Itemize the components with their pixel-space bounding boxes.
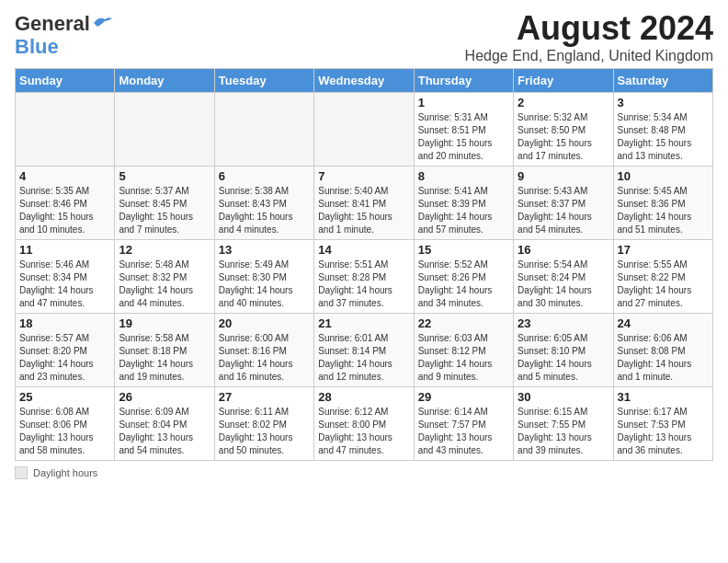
logo-text-blue: Blue bbox=[15, 35, 59, 59]
calendar-cell: 18Sunrise: 5:57 AM Sunset: 8:20 PM Dayli… bbox=[16, 314, 115, 387]
day-number: 12 bbox=[119, 243, 210, 257]
day-info: Sunrise: 5:35 AM Sunset: 8:46 PM Dayligh… bbox=[19, 185, 110, 236]
daylight-legend-box bbox=[15, 466, 28, 479]
calendar-cell: 1Sunrise: 5:31 AM Sunset: 8:51 PM Daylig… bbox=[414, 93, 513, 167]
calendar-header-monday: Monday bbox=[115, 69, 214, 93]
calendar-cell: 4Sunrise: 5:35 AM Sunset: 8:46 PM Daylig… bbox=[16, 167, 115, 240]
day-number: 6 bbox=[219, 169, 310, 183]
day-info: Sunrise: 6:08 AM Sunset: 8:06 PM Dayligh… bbox=[19, 406, 110, 457]
day-number: 17 bbox=[618, 243, 709, 257]
day-number: 19 bbox=[119, 316, 210, 330]
day-info: Sunrise: 6:05 AM Sunset: 8:10 PM Dayligh… bbox=[518, 332, 609, 384]
calendar-header-thursday: Thursday bbox=[414, 69, 513, 93]
day-info: Sunrise: 5:51 AM Sunset: 8:28 PM Dayligh… bbox=[318, 259, 409, 310]
day-number: 5 bbox=[119, 169, 210, 183]
calendar-cell: 9Sunrise: 5:43 AM Sunset: 8:37 PM Daylig… bbox=[514, 167, 613, 240]
day-info: Sunrise: 6:12 AM Sunset: 8:00 PM Dayligh… bbox=[318, 406, 409, 457]
calendar-cell: 10Sunrise: 5:45 AM Sunset: 8:36 PM Dayli… bbox=[613, 167, 712, 240]
calendar-cell: 22Sunrise: 6:03 AM Sunset: 8:12 PM Dayli… bbox=[414, 314, 513, 387]
day-info: Sunrise: 5:48 AM Sunset: 8:32 PM Dayligh… bbox=[119, 259, 210, 310]
day-info: Sunrise: 5:58 AM Sunset: 8:18 PM Dayligh… bbox=[119, 332, 210, 384]
calendar-cell: 7Sunrise: 5:40 AM Sunset: 8:41 PM Daylig… bbox=[314, 167, 414, 240]
day-number: 14 bbox=[318, 243, 409, 257]
calendar-week-3: 11Sunrise: 5:46 AM Sunset: 8:34 PM Dayli… bbox=[16, 240, 713, 314]
calendar-cell: 30Sunrise: 6:15 AM Sunset: 7:55 PM Dayli… bbox=[514, 387, 613, 461]
day-info: Sunrise: 5:55 AM Sunset: 8:22 PM Dayligh… bbox=[618, 259, 709, 310]
logo-bird-icon bbox=[92, 16, 112, 30]
calendar-header-friday: Friday bbox=[514, 69, 613, 93]
day-info: Sunrise: 5:40 AM Sunset: 8:41 PM Dayligh… bbox=[318, 185, 409, 236]
day-info: Sunrise: 5:32 AM Sunset: 8:50 PM Dayligh… bbox=[518, 111, 609, 163]
calendar-cell: 14Sunrise: 5:51 AM Sunset: 8:28 PM Dayli… bbox=[314, 240, 414, 314]
day-number: 30 bbox=[518, 390, 609, 404]
title-area: August 2024 Hedge End, England, United K… bbox=[465, 9, 713, 64]
day-info: Sunrise: 5:45 AM Sunset: 8:36 PM Dayligh… bbox=[618, 185, 709, 236]
day-info: Sunrise: 5:31 AM Sunset: 8:51 PM Dayligh… bbox=[418, 111, 509, 163]
calendar-cell: 11Sunrise: 5:46 AM Sunset: 8:34 PM Dayli… bbox=[16, 240, 115, 314]
calendar-cell bbox=[214, 93, 313, 167]
day-info: Sunrise: 6:01 AM Sunset: 8:14 PM Dayligh… bbox=[318, 332, 409, 384]
daylight-label: Daylight hours bbox=[33, 467, 97, 478]
day-number: 26 bbox=[119, 390, 210, 404]
calendar-cell: 5Sunrise: 5:37 AM Sunset: 8:45 PM Daylig… bbox=[115, 167, 214, 240]
calendar-week-4: 18Sunrise: 5:57 AM Sunset: 8:20 PM Dayli… bbox=[16, 314, 713, 387]
day-info: Sunrise: 5:37 AM Sunset: 8:45 PM Dayligh… bbox=[119, 185, 210, 236]
day-info: Sunrise: 6:00 AM Sunset: 8:16 PM Dayligh… bbox=[219, 332, 310, 384]
calendar-cell: 16Sunrise: 5:54 AM Sunset: 8:24 PM Dayli… bbox=[514, 240, 613, 314]
logo-text-general: General bbox=[15, 13, 90, 35]
day-info: Sunrise: 5:49 AM Sunset: 8:30 PM Dayligh… bbox=[219, 259, 310, 310]
calendar-header-row: SundayMondayTuesdayWednesdayThursdayFrid… bbox=[16, 69, 713, 93]
calendar-week-5: 25Sunrise: 6:08 AM Sunset: 8:06 PM Dayli… bbox=[16, 387, 713, 461]
day-number: 18 bbox=[19, 316, 110, 330]
calendar-cell: 31Sunrise: 6:17 AM Sunset: 7:53 PM Dayli… bbox=[613, 387, 712, 461]
calendar-cell: 28Sunrise: 6:12 AM Sunset: 8:00 PM Dayli… bbox=[314, 387, 414, 461]
day-number: 21 bbox=[318, 316, 409, 330]
calendar-header-saturday: Saturday bbox=[613, 69, 712, 93]
day-number: 4 bbox=[19, 169, 110, 183]
day-number: 16 bbox=[518, 243, 609, 257]
calendar-cell: 6Sunrise: 5:38 AM Sunset: 8:43 PM Daylig… bbox=[214, 167, 313, 240]
subtitle: Hedge End, England, United Kingdom bbox=[465, 48, 713, 64]
calendar-cell: 21Sunrise: 6:01 AM Sunset: 8:14 PM Dayli… bbox=[314, 314, 414, 387]
day-info: Sunrise: 5:34 AM Sunset: 8:48 PM Dayligh… bbox=[618, 111, 709, 163]
day-info: Sunrise: 5:57 AM Sunset: 8:20 PM Dayligh… bbox=[19, 332, 110, 384]
day-number: 24 bbox=[618, 316, 709, 330]
day-number: 10 bbox=[618, 169, 709, 183]
calendar-cell: 19Sunrise: 5:58 AM Sunset: 8:18 PM Dayli… bbox=[115, 314, 214, 387]
calendar-cell bbox=[16, 93, 115, 167]
day-number: 3 bbox=[618, 96, 709, 109]
calendar-cell: 2Sunrise: 5:32 AM Sunset: 8:50 PM Daylig… bbox=[514, 93, 613, 167]
day-number: 20 bbox=[219, 316, 310, 330]
calendar-cell: 13Sunrise: 5:49 AM Sunset: 8:30 PM Dayli… bbox=[214, 240, 313, 314]
calendar-cell: 20Sunrise: 6:00 AM Sunset: 8:16 PM Dayli… bbox=[214, 314, 313, 387]
calendar-week-2: 4Sunrise: 5:35 AM Sunset: 8:46 PM Daylig… bbox=[16, 167, 713, 240]
day-number: 23 bbox=[518, 316, 609, 330]
day-number: 15 bbox=[418, 243, 509, 257]
calendar-cell: 17Sunrise: 5:55 AM Sunset: 8:22 PM Dayli… bbox=[613, 240, 712, 314]
calendar-cell: 15Sunrise: 5:52 AM Sunset: 8:26 PM Dayli… bbox=[414, 240, 513, 314]
calendar-cell: 12Sunrise: 5:48 AM Sunset: 8:32 PM Dayli… bbox=[115, 240, 214, 314]
calendar-cell: 25Sunrise: 6:08 AM Sunset: 8:06 PM Dayli… bbox=[16, 387, 115, 461]
day-info: Sunrise: 5:41 AM Sunset: 8:39 PM Dayligh… bbox=[418, 185, 509, 236]
calendar-cell bbox=[115, 93, 214, 167]
day-info: Sunrise: 5:52 AM Sunset: 8:26 PM Dayligh… bbox=[418, 259, 509, 310]
main-title: August 2024 bbox=[465, 9, 713, 48]
day-info: Sunrise: 6:11 AM Sunset: 8:02 PM Dayligh… bbox=[219, 406, 310, 457]
calendar-cell: 23Sunrise: 6:05 AM Sunset: 8:10 PM Dayli… bbox=[514, 314, 613, 387]
day-info: Sunrise: 5:38 AM Sunset: 8:43 PM Dayligh… bbox=[219, 185, 310, 236]
calendar-header-tuesday: Tuesday bbox=[214, 69, 313, 93]
page: General Blue August 2024 Hedge End, Engl… bbox=[0, 0, 728, 563]
logo: General Blue bbox=[15, 9, 112, 59]
day-info: Sunrise: 6:03 AM Sunset: 8:12 PM Dayligh… bbox=[418, 332, 509, 384]
calendar-cell: 3Sunrise: 5:34 AM Sunset: 8:48 PM Daylig… bbox=[613, 93, 712, 167]
day-info: Sunrise: 6:15 AM Sunset: 7:55 PM Dayligh… bbox=[518, 406, 609, 457]
day-number: 27 bbox=[219, 390, 310, 404]
day-number: 1 bbox=[418, 96, 509, 109]
calendar-cell bbox=[314, 93, 414, 167]
day-number: 13 bbox=[219, 243, 310, 257]
header: General Blue August 2024 Hedge End, Engl… bbox=[15, 9, 713, 64]
day-number: 22 bbox=[418, 316, 509, 330]
day-number: 9 bbox=[518, 169, 609, 183]
day-info: Sunrise: 6:06 AM Sunset: 8:08 PM Dayligh… bbox=[618, 332, 709, 384]
day-info: Sunrise: 5:54 AM Sunset: 8:24 PM Dayligh… bbox=[518, 259, 609, 310]
